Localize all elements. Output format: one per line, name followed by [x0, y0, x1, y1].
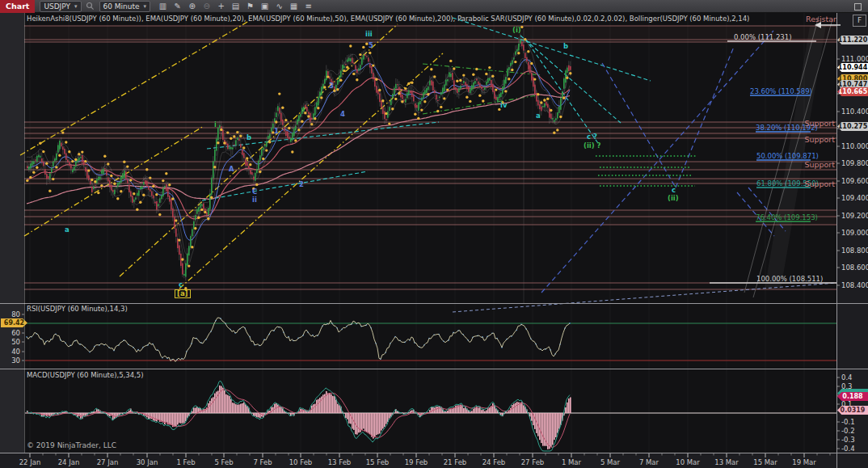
tab-chart-label: Chart	[6, 2, 29, 11]
instrument-label: USDJPY	[44, 2, 70, 11]
chevron-down-icon: ▾	[74, 3, 78, 10]
date-tick-label: 5 Feb	[208, 458, 240, 466]
tab-chart[interactable]: Chart	[0, 0, 35, 13]
macd-tick-label: -0.4	[841, 445, 855, 453]
date-tick-label: 30 Jan	[131, 458, 163, 466]
rsi-tick-label: 40	[1, 348, 20, 356]
price-tick-label: 110.000	[841, 142, 868, 150]
corner-badge[interactable]: F	[853, 15, 866, 27]
crosshair-icon[interactable]: +	[216, 0, 226, 13]
price-tag: 110.275	[837, 122, 868, 131]
price-tick-label: 109.000	[841, 229, 868, 237]
chart-toolbar: Chart USDJPY ▾ 60 Minute ▾ ▥✎⊕⊖+▤⚑▣∿▦≡	[0, 0, 868, 13]
zoom-out-icon[interactable]: ⊖	[201, 0, 212, 13]
price-tag: 110.665	[837, 87, 868, 96]
zoom-in-icon[interactable]: ⊕	[187, 0, 197, 13]
price-tick-label: 109.800	[841, 159, 868, 167]
data-box-icon[interactable]: ▤	[230, 0, 241, 13]
rsi-tick-label: 80	[1, 310, 20, 318]
price-tag: 110.944	[837, 63, 868, 72]
price-tick-label: 109.200	[841, 212, 868, 220]
macd-tick-label: -0.1	[841, 418, 855, 426]
axis-overlay: F 111.000110.600110.400110.200110.000109…	[0, 0, 868, 468]
chart-style-icon[interactable]: ▥	[158, 0, 168, 13]
date-tick-label: 7 Feb	[246, 458, 279, 466]
grid-icon[interactable]: ▦	[289, 0, 299, 13]
date-tick-label: 27 Feb	[516, 458, 549, 466]
date-tick-label: 10 Mar	[672, 458, 704, 466]
date-tick-label: 10 Feb	[284, 458, 317, 466]
rsi-tick-label: 60	[1, 329, 20, 337]
macd-tick-label: -0.2	[841, 427, 855, 435]
macd-tick-label: -0.3	[841, 436, 855, 444]
ninjatrader-chart-window: Chart USDJPY ▾ 60 Minute ▾ ▥✎⊕⊖+▤⚑▣∿▦≡ H…	[0, 0, 868, 468]
rsi-tick-label: 30	[1, 356, 20, 365]
price-tick-label: 110.400	[841, 108, 868, 116]
toolbar-icons: ▥✎⊕⊖+▤⚑▣∿▦≡	[158, 0, 314, 13]
rsi-value-tag: 69.42	[1, 318, 27, 327]
date-tick-label: 5 Mar	[594, 458, 626, 466]
window-icon[interactable]	[854, 3, 862, 11]
date-tick-label: 7 Mar	[633, 458, 665, 466]
date-tick-label: 22 Jan	[14, 458, 46, 466]
date-tick-label: 21 Feb	[439, 458, 471, 466]
date-tick-label: 19 Mar	[788, 458, 820, 466]
macd-tick-label: 0.4	[841, 373, 853, 382]
price-tag: 111.220	[837, 36, 868, 44]
date-tick-label: 13 Mar	[710, 458, 743, 466]
date-tick-label: 27 Jan	[91, 458, 124, 466]
date-tick-label: 13 Feb	[323, 458, 356, 466]
price-tick-label: 108.600	[841, 264, 868, 272]
date-tick-label: 15 Feb	[361, 458, 394, 466]
draw-icon[interactable]: ✎	[172, 0, 183, 13]
macd-value-tag: 0.0319	[837, 406, 868, 415]
rsi-tick-label: 50	[1, 338, 20, 346]
indicators-icon[interactable]: ∿	[274, 0, 284, 13]
date-tick-label: 24 Jan	[53, 458, 85, 466]
price-tick-label: 109.600	[841, 177, 868, 185]
macd-value-tag: 0.188	[837, 392, 868, 401]
price-tick-label: 109.400	[841, 194, 868, 202]
date-tick-label: 19 Feb	[400, 458, 432, 466]
properties-icon[interactable]: ≡	[303, 0, 314, 13]
regions-icon[interactable]: ⚑	[245, 0, 255, 13]
interval-label: 60 Minute	[103, 2, 140, 11]
price-tick-label: 108.800	[841, 247, 868, 255]
price-tick-label: 108.400	[841, 281, 868, 289]
search-icon[interactable]	[86, 2, 95, 11]
date-tick-label: 1 Mar	[555, 458, 588, 466]
instrument-selector[interactable]: USDJPY ▾	[40, 1, 81, 12]
price-tick-label: 111.000	[841, 55, 868, 63]
date-tick-label: 1 Feb	[170, 458, 202, 466]
snapshot-icon[interactable]: ▣	[259, 0, 270, 13]
interval-selector[interactable]: 60 Minute ▾	[99, 1, 151, 12]
date-tick-label: 24 Feb	[478, 458, 510, 466]
date-tick-label: 15 Mar	[749, 458, 782, 466]
chevron-down-icon: ▾	[144, 3, 147, 10]
